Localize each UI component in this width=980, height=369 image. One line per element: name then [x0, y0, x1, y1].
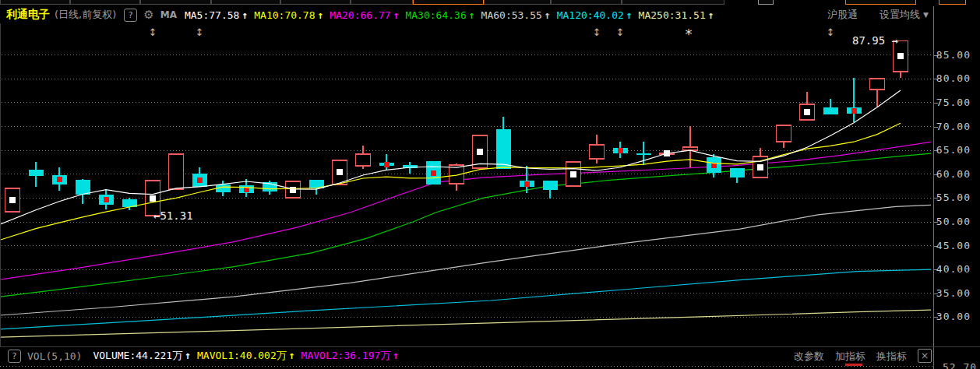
axis-label: 45.00 — [934, 240, 971, 251]
axis-label: 65.00 — [934, 144, 971, 156]
arrow-up-icon: ↑ — [393, 9, 400, 21]
candle-body — [496, 129, 511, 169]
candle-marker — [290, 187, 296, 193]
strip-cell — [351, 0, 413, 5]
legend-text: MA10:70.78 — [254, 9, 315, 21]
price-annotation: 87.95 → — [852, 34, 898, 47]
candle-marker — [197, 177, 203, 183]
strip-cell — [280, 0, 351, 5]
axis-label: 55.00 — [934, 192, 971, 203]
candle-marker — [757, 164, 763, 170]
candle-body — [777, 125, 791, 142]
price-annotation: ←51.31 — [153, 209, 193, 222]
candlestick-chart[interactable]: ↕↕↕↕*↕87.95 →←51.31 — [0, 23, 933, 346]
vol-legend-item: MAVOL1:40.002万↑ — [197, 349, 295, 363]
legend-item: MA20:66.77↑ — [330, 9, 399, 21]
strip-cell — [622, 0, 724, 5]
vol-help-icon[interactable]: ? — [8, 350, 21, 363]
add-indicator-button[interactable]: 加指标 — [835, 350, 865, 362]
candle-marker — [57, 177, 62, 182]
vol-legend-text: MAVOL1:40.002万 — [197, 350, 287, 361]
candle-marker — [851, 108, 857, 114]
candle-marker — [897, 53, 904, 59]
candle-body — [636, 153, 651, 155]
strip-cell — [758, 0, 774, 5]
candle-marker — [431, 170, 436, 176]
event-marker-icon: ↕ — [827, 26, 835, 38]
stock-chart-window: 利通电子 (日线,前复权) ? ⚙ MA MA5:77.58↑MA10:70.7… — [0, 0, 980, 369]
strip-cell — [939, 0, 966, 5]
chevron-down-icon[interactable]: ▼ — [923, 11, 929, 19]
candle-body — [590, 145, 605, 159]
volume-bar-sliver — [845, 364, 862, 366]
ma-group-label: MA — [160, 9, 177, 20]
hgt-link[interactable]: 沪股通 — [827, 8, 858, 22]
event-marker-icon: ↕ — [196, 26, 204, 38]
candle-body — [823, 107, 838, 114]
candle-marker — [570, 171, 576, 177]
strip-cell — [551, 0, 622, 5]
candle-marker — [618, 148, 623, 153]
strip-cell — [413, 0, 484, 5]
ma-line-MA30 — [0, 153, 931, 297]
candle-body — [356, 154, 371, 166]
candle-marker — [804, 109, 810, 115]
help-icon[interactable]: ? — [124, 9, 137, 22]
arrow-up-icon: ↑ — [241, 9, 248, 21]
legend-text: MA250:31.51 — [639, 9, 706, 21]
gear-icon[interactable]: ⚙ — [143, 9, 153, 21]
arrow-up-icon: ↑ — [393, 350, 399, 361]
switch-indicator-button[interactable]: 换指标 — [876, 350, 907, 362]
stock-title: 利通电子 — [6, 8, 50, 22]
axis-label: 70.00 — [934, 121, 971, 132]
corner-price-label: 52.70 — [943, 361, 977, 369]
candles-group — [5, 41, 908, 216]
candle-body — [543, 181, 558, 190]
strip-cell — [484, 0, 551, 5]
axis-label: 50.00 — [934, 216, 971, 227]
candle-marker — [524, 181, 530, 187]
axis-label: 60.00 — [934, 168, 971, 180]
legend-item: MA250:31.51↑ — [639, 9, 714, 21]
chart-left-border — [0, 23, 1, 346]
volume-gridline — [0, 366, 933, 367]
candle-marker — [337, 169, 343, 175]
axis-label: 40.00 — [934, 263, 971, 275]
event-markers: ↕↕↕↕*↕ — [149, 26, 835, 42]
candle-body — [169, 154, 184, 189]
legend-text: MA120:40.02 — [557, 9, 624, 21]
price-axis: 85.0080.0075.0070.0065.0060.0055.0050.00… — [934, 23, 980, 346]
arrow-up-icon: ↑ — [318, 9, 324, 21]
arrow-up-icon: ↑ — [289, 350, 295, 361]
vol-indicator-label: VOL(5,10) — [27, 350, 82, 362]
candle-marker — [104, 197, 109, 202]
ma-line-MA250 — [0, 310, 931, 337]
set-ma-button[interactable]: 设置均线 — [880, 8, 920, 22]
close-icon[interactable]: × — [918, 349, 932, 363]
price-axis-line — [933, 6, 934, 369]
legend-item: MA60:53.55↑ — [481, 9, 551, 21]
legend-item: MA10:70.78↑ — [254, 9, 323, 21]
strip-cell — [140, 0, 211, 5]
arrow-up-icon: ↑ — [185, 350, 191, 361]
ma-line-MA20 — [0, 142, 931, 279]
arrow-up-icon: ↑ — [469, 9, 475, 21]
candle-body — [730, 168, 745, 177]
vol-legend-text: VOLUME:44.221万 — [93, 350, 182, 361]
axis-label: 85.00 — [934, 49, 971, 61]
legend-item: MA30:64.36↑ — [405, 9, 474, 21]
ma-legend: MA5:77.58↑MA10:70.78↑MA20:66.77↑MA30:64.… — [185, 9, 721, 21]
event-marker-icon: ↕ — [149, 26, 157, 38]
legend-text: MA20:66.77 — [330, 9, 390, 21]
strip-cell — [211, 0, 280, 5]
event-marker-icon: ↕ — [616, 26, 625, 38]
candle-body — [76, 180, 90, 195]
vol-buttons: 改参数加指标换指标 — [794, 348, 918, 364]
legend-text: MA30:64.36 — [405, 9, 466, 21]
arrow-up-icon: ↑ — [708, 9, 714, 21]
vol-legend-item: VOLUME:44.221万↑ — [93, 349, 191, 363]
candle-body — [870, 79, 885, 90]
change-params-button[interactable]: 改参数 — [794, 350, 824, 362]
legend-text: MA60:53.55 — [481, 9, 542, 21]
strip-cell — [0, 0, 70, 5]
